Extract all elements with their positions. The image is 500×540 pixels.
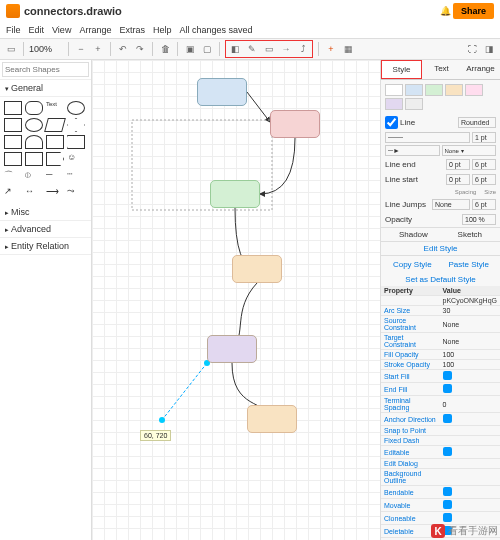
prop-value[interactable]: pKCyoONKgHqG bbox=[440, 296, 500, 306]
copy-style-button[interactable]: Copy Style bbox=[385, 258, 440, 271]
prop-value[interactable]: 0 bbox=[440, 396, 500, 413]
redo-icon[interactable]: ↷ bbox=[133, 42, 147, 56]
line-width-input[interactable]: 1 pt bbox=[472, 132, 496, 143]
shape-note[interactable] bbox=[25, 152, 43, 166]
prop-value[interactable] bbox=[440, 413, 500, 426]
prop-value[interactable] bbox=[440, 436, 500, 446]
shape-callout[interactable] bbox=[46, 152, 64, 166]
line-arrow-select[interactable]: ─► bbox=[385, 145, 440, 156]
shape-dashed[interactable]: ┄ bbox=[67, 169, 85, 183]
prop-value[interactable]: None bbox=[440, 333, 500, 350]
zoom-in-icon[interactable]: + bbox=[91, 42, 105, 56]
shape-rhombus[interactable] bbox=[44, 118, 66, 132]
endpoint-handle-2[interactable] bbox=[159, 417, 165, 423]
category-misc[interactable]: Misc bbox=[0, 204, 91, 221]
menu-edit[interactable]: Edit bbox=[29, 25, 45, 35]
toback-icon[interactable]: ▢ bbox=[200, 42, 214, 56]
edit-icon[interactable]: ✎ bbox=[245, 42, 259, 56]
shape-rect[interactable] bbox=[4, 101, 22, 115]
prop-value[interactable]: 100 bbox=[440, 350, 500, 360]
set-default-button[interactable]: Set as Default Style bbox=[381, 273, 500, 286]
insert-icon[interactable]: + bbox=[324, 42, 338, 56]
shape-ellipse[interactable] bbox=[67, 101, 85, 115]
line-solid-select[interactable]: ─── bbox=[385, 132, 470, 143]
connection-icon[interactable]: → bbox=[279, 42, 293, 56]
shape-or[interactable]: ⦶ bbox=[25, 169, 43, 183]
bell-icon[interactable]: 🔔 bbox=[439, 4, 453, 18]
prop-value[interactable] bbox=[440, 469, 500, 486]
tofront-icon[interactable]: ▣ bbox=[183, 42, 197, 56]
line-start-spacing[interactable]: 0 pt bbox=[446, 174, 470, 185]
line-end-size[interactable]: 6 pt bbox=[472, 159, 496, 170]
line-jumps-select[interactable]: None bbox=[432, 199, 470, 210]
line-checkbox[interactable] bbox=[385, 116, 398, 129]
node-green[interactable] bbox=[210, 180, 260, 208]
delete-icon[interactable]: 🗑 bbox=[158, 42, 172, 56]
fill-icon[interactable]: ◧ bbox=[228, 42, 242, 56]
line-style-select[interactable]: Rounded bbox=[458, 117, 496, 128]
prop-value[interactable]: 30 bbox=[440, 306, 500, 316]
swatch-orange[interactable] bbox=[445, 84, 463, 96]
prop-value[interactable] bbox=[440, 499, 500, 512]
shape-curve[interactable]: ⌒ bbox=[4, 169, 22, 183]
shape-link[interactable]: ⟶ bbox=[46, 186, 64, 200]
prop-value[interactable]: 100 bbox=[440, 360, 500, 370]
shape-circle[interactable] bbox=[25, 118, 43, 132]
paste-style-button[interactable]: Paste Style bbox=[442, 258, 497, 271]
table-icon[interactable]: ▦ bbox=[341, 42, 355, 56]
zoom-out-icon[interactable]: − bbox=[74, 42, 88, 56]
node-orange[interactable] bbox=[232, 255, 282, 283]
vertex-icon[interactable]: ▭ bbox=[262, 42, 276, 56]
edge-red-green[interactable] bbox=[260, 138, 295, 194]
swatch-none[interactable] bbox=[385, 84, 403, 96]
shape-rounded[interactable] bbox=[25, 101, 43, 115]
line-end-spacing[interactable]: 0 pt bbox=[446, 159, 470, 170]
line-jumps-size[interactable]: 6 pt bbox=[472, 199, 496, 210]
shadow-toggle[interactable]: Shadow bbox=[399, 230, 428, 239]
edit-style-button[interactable]: Edit Style bbox=[381, 241, 500, 255]
share-button[interactable]: Share bbox=[453, 3, 494, 19]
shape-dirarrow[interactable]: ⤳ bbox=[67, 186, 85, 200]
category-advanced[interactable]: Advanced bbox=[0, 221, 91, 238]
shape-cube[interactable] bbox=[46, 135, 64, 149]
edge-blue-red[interactable] bbox=[247, 92, 270, 122]
prop-value[interactable] bbox=[440, 383, 500, 396]
prop-value[interactable] bbox=[440, 426, 500, 436]
node-blue[interactable] bbox=[197, 78, 247, 106]
undo-icon[interactable]: ↶ bbox=[116, 42, 130, 56]
swatch-blue[interactable] bbox=[405, 84, 423, 96]
prop-value[interactable] bbox=[440, 370, 500, 383]
canvas[interactable]: 60, 720 bbox=[92, 60, 380, 540]
menu-view[interactable]: View bbox=[52, 25, 71, 35]
shape-arrow[interactable]: ↗ bbox=[4, 186, 22, 200]
page-setup-icon[interactable]: ▭ bbox=[4, 42, 18, 56]
shape-biarrow[interactable]: ↔ bbox=[25, 186, 43, 200]
search-input[interactable] bbox=[2, 62, 89, 77]
category-general[interactable]: General bbox=[0, 80, 91, 97]
prop-value[interactable] bbox=[440, 459, 500, 469]
shape-card[interactable] bbox=[4, 152, 22, 166]
prop-value[interactable] bbox=[440, 446, 500, 459]
shape-cylinder[interactable] bbox=[25, 135, 43, 149]
swatch-purple[interactable] bbox=[385, 98, 403, 110]
shape-line[interactable]: ─ bbox=[46, 169, 64, 183]
shape-text[interactable]: Text bbox=[46, 101, 64, 115]
prop-value[interactable] bbox=[440, 486, 500, 499]
tab-arrange[interactable]: Arrange bbox=[461, 60, 500, 79]
tab-style[interactable]: Style bbox=[381, 60, 422, 79]
zoom-value[interactable]: 100% bbox=[29, 44, 63, 54]
format-panel-icon[interactable]: ◨ bbox=[482, 42, 496, 56]
swatch-green[interactable] bbox=[425, 84, 443, 96]
node-orange2[interactable] bbox=[247, 405, 297, 433]
menu-file[interactable]: File bbox=[6, 25, 21, 35]
shape-hex[interactable] bbox=[4, 135, 22, 149]
shape-step[interactable] bbox=[67, 135, 85, 149]
fullscreen-icon[interactable]: ⛶ bbox=[465, 42, 479, 56]
menu-help[interactable]: Help bbox=[153, 25, 172, 35]
waypoint-icon[interactable]: ⤴ bbox=[296, 42, 310, 56]
line-start-size[interactable]: 6 pt bbox=[472, 174, 496, 185]
node-purple[interactable] bbox=[207, 335, 257, 363]
shape-square[interactable] bbox=[4, 118, 22, 132]
prop-value[interactable] bbox=[440, 512, 500, 525]
menu-arrange[interactable]: Arrange bbox=[79, 25, 111, 35]
